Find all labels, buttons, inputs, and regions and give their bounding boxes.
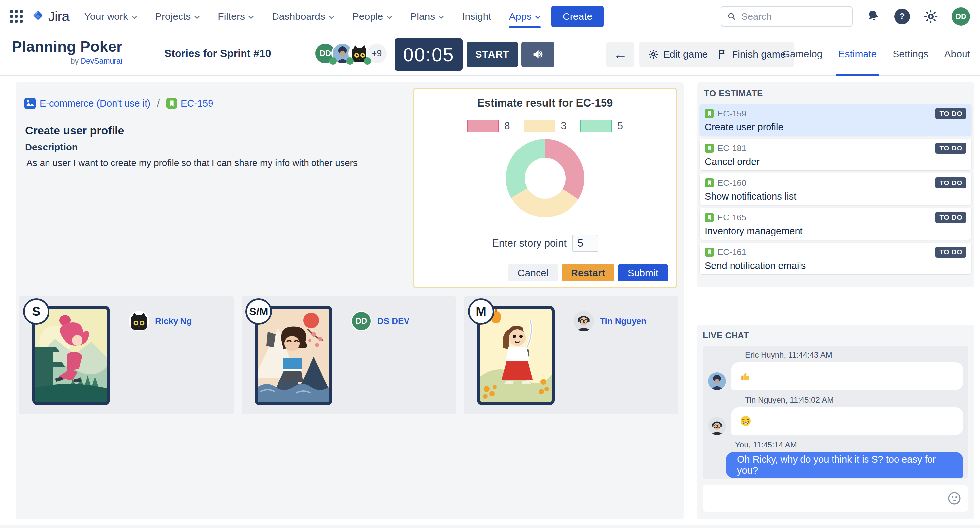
issue-summary: Create user profile bbox=[705, 122, 966, 133]
notifications-bell-icon[interactable] bbox=[864, 7, 883, 26]
sound-button[interactable] bbox=[521, 41, 554, 67]
player-votes-row: S bbox=[19, 296, 678, 415]
chevron-down-icon bbox=[194, 16, 200, 19]
byline-brand-link[interactable]: DevSamurai bbox=[81, 57, 123, 65]
menu-dashboards[interactable]: Dashboards bbox=[272, 11, 334, 22]
issue-list-item[interactable]: EC-165 TO DO Inventory management bbox=[700, 208, 971, 240]
search-icon bbox=[727, 11, 736, 21]
menu-filters[interactable]: Filters bbox=[218, 11, 254, 22]
online-status-dot bbox=[364, 57, 371, 65]
tab-estimate[interactable]: Estimate bbox=[838, 33, 877, 75]
story-point-input[interactable] bbox=[573, 235, 598, 252]
emoji-picker-icon[interactable] bbox=[947, 491, 961, 506]
menu-people[interactable]: People bbox=[352, 11, 392, 22]
chevron-down-icon bbox=[248, 16, 254, 19]
story-bookmark-icon bbox=[705, 213, 714, 222]
app-title: Planning Poker bbox=[12, 38, 123, 56]
settings-gear-icon[interactable] bbox=[923, 9, 939, 24]
chat-avatar-tin bbox=[708, 417, 726, 435]
live-chat-title: LIVE CHAT bbox=[703, 330, 968, 340]
player-avatar-dd: DD bbox=[351, 311, 372, 331]
top-navigation-bar: Jira Your work Projects Filters Dashboar… bbox=[0, 0, 980, 33]
menu-projects[interactable]: Projects bbox=[155, 11, 200, 22]
issue-summary: Inventory management bbox=[705, 226, 966, 237]
chat-bubble bbox=[731, 407, 963, 435]
status-badge: TO DO bbox=[935, 177, 966, 188]
legend-item: 3 bbox=[523, 120, 566, 132]
chat-message-list[interactable]: Eric Huynh, 11:44:43 AM Tin Nguyen, 11:4… bbox=[703, 346, 968, 479]
chevron-down-icon bbox=[131, 16, 137, 19]
back-button[interactable]: ← bbox=[606, 42, 634, 67]
app-byline: by DevSamurai bbox=[12, 57, 123, 66]
legend-swatch-green bbox=[581, 120, 612, 132]
estimate-result-panel: Estimate result for EC-159 8 3 5 Enter s… bbox=[413, 88, 677, 288]
card-art-blue-samurai bbox=[258, 309, 329, 402]
edit-game-button[interactable]: Edit game bbox=[640, 42, 716, 67]
story-point-label: Enter story point bbox=[492, 237, 566, 249]
help-icon[interactable]: ? bbox=[894, 9, 910, 24]
submit-button[interactable]: Submit bbox=[618, 264, 668, 281]
player-name[interactable]: DS DEV bbox=[377, 316, 409, 326]
chat-input-box[interactable] bbox=[703, 485, 968, 512]
chat-bubble bbox=[731, 363, 963, 390]
menu-plans[interactable]: Plans bbox=[410, 11, 444, 22]
restart-button[interactable]: Restart bbox=[562, 264, 614, 281]
chart-legend: 8 3 5 bbox=[414, 120, 676, 132]
chat-text-input[interactable] bbox=[710, 493, 947, 504]
vote-value-badge: S/M bbox=[245, 298, 272, 325]
card-art-sword-kid bbox=[480, 309, 552, 402]
finish-game-button[interactable]: Finish game bbox=[708, 42, 794, 67]
player-vote-box: M bbox=[464, 296, 678, 415]
issue-list-item[interactable]: EC-160 TO DO Show notifications list bbox=[700, 173, 971, 205]
estimate-result-title: Estimate result for EC-159 bbox=[414, 97, 676, 109]
menu-apps[interactable]: Apps bbox=[509, 11, 541, 22]
legend-item: 8 bbox=[467, 120, 510, 132]
chat-author-time: You, 11:45:14 AM bbox=[735, 440, 963, 450]
player-name[interactable]: Ricky Ng bbox=[155, 316, 192, 326]
status-badge: TO DO bbox=[935, 143, 966, 154]
jira-logo[interactable]: Jira bbox=[31, 9, 69, 24]
menu-your-work[interactable]: Your work bbox=[84, 11, 137, 22]
breadcrumb-project-link[interactable]: E-commerce (Don't use it) bbox=[40, 98, 151, 109]
back-arrow-icon: ← bbox=[613, 46, 627, 62]
session-title: Stories for Sprint #10 bbox=[164, 48, 271, 60]
legend-swatch-pink bbox=[467, 120, 499, 132]
chat-message: Eric Huynh, 11:44:43 AM bbox=[708, 350, 963, 390]
cancel-button[interactable]: Cancel bbox=[509, 264, 558, 281]
issue-list-item[interactable]: EC-159 TO DO Create user profile bbox=[700, 104, 971, 136]
story-point-row: Enter story point bbox=[414, 235, 676, 252]
start-button[interactable]: START bbox=[466, 41, 518, 67]
chat-message-outgoing: You, 11:45:14 AM Oh Ricky, why do you th… bbox=[726, 440, 963, 478]
gear-icon bbox=[648, 49, 659, 60]
issue-key: EC-159 bbox=[718, 108, 746, 119]
create-button[interactable]: Create bbox=[551, 6, 603, 27]
chat-message: Tin Nguyen, 11:45:02 AM bbox=[708, 395, 963, 435]
story-bookmark-icon bbox=[705, 109, 714, 118]
tab-gamelog[interactable]: Gamelog bbox=[782, 33, 822, 75]
menu-insight[interactable]: Insight bbox=[462, 11, 491, 22]
issue-key: EC-160 bbox=[718, 178, 746, 188]
planning-poker-header: Planning Poker by DevSamurai Stories for… bbox=[0, 33, 980, 76]
story-bookmark-icon bbox=[705, 248, 714, 257]
status-badge: TO DO bbox=[935, 247, 966, 258]
player-avatar-photo bbox=[573, 311, 594, 331]
jira-logo-icon bbox=[31, 9, 46, 24]
tab-about[interactable]: About bbox=[944, 33, 970, 75]
game-main-panel: E-commerce (Don't use it) / EC-159 Creat… bbox=[16, 83, 684, 519]
search-box[interactable] bbox=[721, 6, 853, 27]
app-switcher-icon[interactable] bbox=[10, 10, 23, 23]
description-text: As an user I want to create my profile s… bbox=[26, 158, 358, 168]
legend-item: 5 bbox=[581, 120, 623, 132]
grinning-face-emoji bbox=[740, 415, 752, 427]
estimate-actions: Cancel Restart Submit bbox=[509, 264, 668, 281]
search-input[interactable] bbox=[741, 11, 846, 22]
issue-list-item[interactable]: EC-181 TO DO Cancel order bbox=[700, 138, 971, 170]
timer-display: 00:05 bbox=[395, 38, 463, 71]
issue-list-item[interactable]: EC-161 TO DO Send notification emails bbox=[700, 243, 971, 274]
user-avatar[interactable]: DD bbox=[951, 7, 970, 26]
player-name[interactable]: Tin Nguyen bbox=[600, 316, 646, 326]
story-bookmark-icon bbox=[166, 98, 177, 108]
app-title-block: Planning Poker by DevSamurai bbox=[12, 38, 123, 66]
tab-settings[interactable]: Settings bbox=[892, 33, 928, 75]
breadcrumb-issue-link[interactable]: EC-159 bbox=[181, 98, 213, 109]
